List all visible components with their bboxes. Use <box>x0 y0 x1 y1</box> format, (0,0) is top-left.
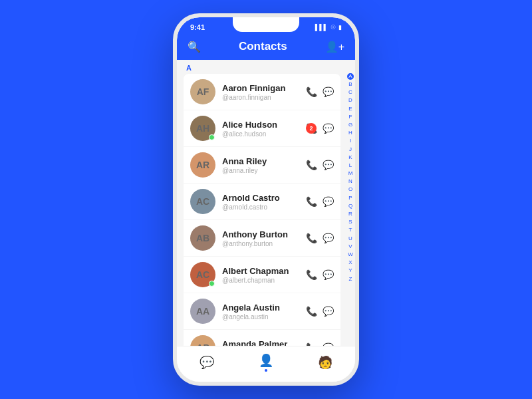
alpha-letter-g[interactable]: G <box>347 121 354 128</box>
call-icon[interactable]: 📞 <box>306 196 317 207</box>
tab-contacts[interactable]: 👤 <box>236 353 295 372</box>
message-icon[interactable]: 💬 <box>323 269 334 280</box>
contact-actions: 📞💬 <box>306 160 334 170</box>
tab-bar: 💬 👤 🧑 <box>177 346 355 382</box>
contacts-scroll[interactable]: A AFAaron Finnigan@aaron.finnigan📞💬AHAli… <box>177 60 355 382</box>
contact-info: Anthony Burton@anthony.burton <box>222 229 306 247</box>
alpha-letter-v[interactable]: V <box>347 243 354 250</box>
avatar-wrap: AR <box>190 152 215 178</box>
avatar: AR <box>190 152 215 178</box>
contact-name: Angela Austin <box>222 303 306 313</box>
avatar: AA <box>190 299 215 324</box>
contact-item[interactable]: ACAlbert Chapman@albert.chapman📞💬 <box>184 257 340 293</box>
signal-icon: ▌▌▌ <box>315 24 328 31</box>
contact-handle: @angela.austin <box>222 313 306 321</box>
alpha-letter-k[interactable]: K <box>347 154 354 161</box>
app-header: 🔍 Contacts 👤+ <box>177 36 355 60</box>
contact-info: Arnold Castro@arnold.castro <box>222 193 306 211</box>
contact-item[interactable]: ABAnthony Burton@anthony.burton📞💬 <box>184 220 340 256</box>
contact-item[interactable]: AFAaron Finnigan@aaron.finnigan📞💬 <box>184 74 340 110</box>
contact-info: Angela Austin@angela.austin <box>222 303 306 321</box>
contact-handle: @alice.hudson <box>222 130 306 138</box>
avatar: AB <box>190 225 215 251</box>
alpha-letter-z[interactable]: Z <box>347 275 354 283</box>
alpha-letter-f[interactable]: F <box>347 113 354 120</box>
battery-icon: ▮ <box>338 24 342 31</box>
avatar-wrap: AH <box>190 116 215 141</box>
wifi-icon: ☉ <box>331 24 336 31</box>
alphabet-sidebar: ABCDEFGHIJKLMNOPQRSTUVWXYZ <box>347 73 354 283</box>
message-icon[interactable]: 💬 <box>323 86 334 97</box>
alpha-letter-d[interactable]: D <box>347 96 354 104</box>
tab-messages[interactable]: 💬 <box>177 355 236 370</box>
contact-name: Anthony Burton <box>222 229 306 239</box>
status-icons: ▌▌▌ ☉ ▮ <box>315 24 342 31</box>
contact-name: Anna Riley <box>222 156 306 166</box>
contact-actions: 📞💬 <box>306 306 334 317</box>
alpha-letter-q[interactable]: Q <box>347 202 354 209</box>
alpha-letter-n[interactable]: N <box>347 178 354 185</box>
alpha-letter-t[interactable]: T <box>347 226 354 233</box>
avatar-wrap: AF <box>190 79 215 104</box>
alpha-letter-y[interactable]: Y <box>347 267 354 274</box>
alpha-letter-l[interactable]: L <box>347 162 354 169</box>
contacts-list: AFAaron Finnigan@aaron.finnigan📞💬AHAlice… <box>184 74 340 366</box>
section-a: A AFAaron Finnigan@aaron.finnigan📞💬AHAli… <box>177 60 347 366</box>
contact-handle: @aaron.finnigan <box>222 94 306 101</box>
add-contact-icon[interactable]: 👤+ <box>325 41 344 53</box>
section-letter-a: A <box>184 63 340 73</box>
alpha-letter-h[interactable]: H <box>347 129 354 136</box>
call-icon[interactable]: 📞 <box>306 306 317 317</box>
avatar: AC <box>190 189 215 214</box>
contact-actions: 📞💬 <box>306 233 334 243</box>
contact-actions: 📞💬 <box>306 86 334 97</box>
alpha-letter-s[interactable]: S <box>347 218 354 225</box>
contact-name: Arnold Castro <box>222 193 306 203</box>
avatar-wrap: AB <box>190 225 215 251</box>
call-icon[interactable]: 📞 <box>306 160 317 170</box>
alpha-letter-e[interactable]: E <box>347 105 354 112</box>
alpha-letter-w[interactable]: W <box>347 251 354 258</box>
alpha-letter-i[interactable]: I <box>347 137 354 144</box>
avatar-wrap: AC <box>190 189 215 214</box>
contact-handle: @arnold.castro <box>222 203 306 211</box>
avatar-wrap: AA <box>190 299 215 324</box>
online-dot <box>209 281 215 287</box>
message-icon[interactable]: 💬 <box>323 160 334 170</box>
call-icon[interactable]: 📞 <box>306 269 317 280</box>
alpha-letter-x[interactable]: X <box>347 259 354 266</box>
contact-actions: 📞💬 <box>306 196 334 207</box>
alpha-letter-a[interactable]: A <box>347 73 354 80</box>
phone-notch <box>233 17 299 32</box>
contact-handle: @anthony.burton <box>222 240 306 247</box>
contact-actions: 📞💬 <box>306 269 334 280</box>
page-title: Contacts <box>239 40 287 53</box>
alpha-letter-r[interactable]: R <box>347 210 354 217</box>
tab-profile[interactable]: 🧑 <box>296 355 355 370</box>
contact-item[interactable]: AHAlice Hudson@alice.hudson📞💬2 <box>184 110 340 146</box>
message-icon[interactable]: 💬 <box>323 306 334 317</box>
alpha-letter-c[interactable]: C <box>347 88 354 96</box>
alpha-letter-p[interactable]: P <box>347 194 354 201</box>
notification-badge: 2 <box>306 123 317 134</box>
message-icon[interactable]: 💬 <box>323 233 334 243</box>
contact-item[interactable]: AAAngela Austin@angela.austin📞💬 <box>184 293 340 329</box>
message-icon[interactable]: 💬 <box>323 196 334 207</box>
alpha-letter-m[interactable]: M <box>347 170 354 177</box>
alpha-letter-j[interactable]: J <box>347 146 354 153</box>
contact-info: Aaron Finnigan@aaron.finnigan <box>222 83 306 101</box>
contact-handle: @albert.chapman <box>222 277 306 284</box>
contact-item[interactable]: ARAnna Riley@anna.riley📞💬 <box>184 147 340 183</box>
status-time: 9:41 <box>190 23 205 31</box>
message-icon[interactable]: 💬 <box>323 123 334 134</box>
call-icon[interactable]: 📞 <box>306 233 317 243</box>
avatar-wrap: AC <box>190 262 215 287</box>
alpha-letter-o[interactable]: O <box>347 186 354 193</box>
avatar: AF <box>190 79 215 104</box>
alpha-letter-u[interactable]: U <box>347 235 354 242</box>
contact-item[interactable]: ACArnold Castro@arnold.castro📞💬 <box>184 184 340 219</box>
contact-info: Albert Chapman@albert.chapman <box>222 266 306 284</box>
search-icon[interactable]: 🔍 <box>188 41 201 53</box>
alpha-letter-b[interactable]: B <box>347 80 354 88</box>
call-icon[interactable]: 📞 <box>306 86 317 97</box>
